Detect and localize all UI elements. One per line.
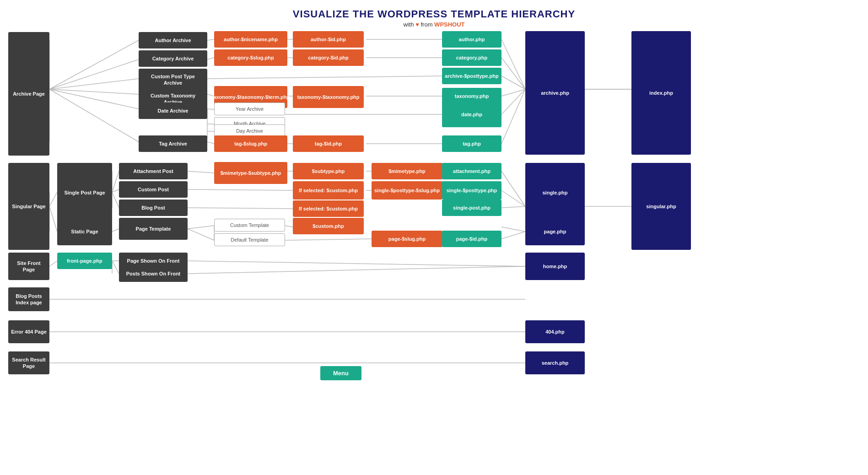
error-404-page-node: Error 404 Page [8,320,49,343]
custom-template-node: Custom Template [214,219,285,232]
archive-posttype-node: archive-$posttype.php [442,68,501,84]
svg-line-56 [501,171,525,206]
single-posttype-node: single-$posttype.php [442,181,501,200]
svg-line-8 [207,39,214,40]
menu-button[interactable]: Menu [320,366,361,380]
date-archive-node: Date Archive [139,103,207,119]
svg-line-28 [501,76,525,89]
custom-php-node: $custom.php [293,218,364,234]
svg-line-23 [207,142,214,144]
svg-line-53 [285,226,293,227]
svg-line-5 [49,89,139,142]
single-post-php-node: single-post.php [442,200,501,216]
attachment-php-node: attachment.php [442,163,501,179]
page-wrapper: VISUALIZE THE WORDPRESS TEMPLATE HIERARC… [0,0,868,475]
singular-php-node: singular.php [631,163,691,250]
svg-line-44 [188,189,293,190]
single-php-node: single.php [525,163,585,222]
single-post-page-node: Single Post Page [57,163,112,222]
archive-page-node: Archive Page [8,32,49,156]
svg-line-57 [501,190,525,206]
subtype-php-node: $subtype.php [293,163,364,179]
header: VISUALIZE THE WORDPRESS TEMPLATE HIERARC… [0,0,868,31]
date-php-node: date.php [442,102,501,127]
blog-posts-index-node: Blog Posts Index page [8,287,49,311]
svg-line-30 [501,89,525,114]
author-nicename-node: author-$nicename.php [214,31,287,48]
if-selected-custom2-node: If selected: $custom.php [293,200,364,217]
site-front-page-node: Site Front Page [8,253,49,280]
svg-line-50 [188,226,214,229]
svg-line-11 [207,58,214,59]
custom-post-type-archive-node: Custom Post Type Archive [139,69,207,91]
page-title: VISUALIZE THE WORDPRESS TEMPLATE HIERARC… [0,8,868,20]
author-id-node: author-$id.php [293,31,364,48]
svg-line-31 [501,89,525,144]
front-page-php-node: front-page.php [57,253,112,269]
svg-line-60 [501,227,525,232]
svg-line-61 [501,232,525,239]
heart-icon: ♥ [415,21,419,28]
search-result-page-node: Search Result Page [8,351,49,374]
default-template-node: Default Template [214,233,285,246]
author-archive-node: Author Archive [139,32,207,49]
page-id-node: page-$id.php [442,231,501,247]
posts-shown-on-front-node: Posts Shown On Front [119,265,188,282]
svg-line-18 [207,109,214,109]
svg-line-2 [49,79,139,89]
svg-line-64 [112,261,119,274]
singular-page-node: Singular Page [8,163,49,250]
page-slug-node: page-$slug.php [372,231,442,247]
attachment-post-node: Attachment Post [119,163,188,179]
category-slug-node: category-$slug.php [214,49,287,66]
svg-line-58 [501,206,525,208]
brand-label: WPSHOUT [434,21,464,28]
static-page-node: Static Page [57,218,112,245]
page-php-node: page.php [525,218,585,245]
tag-slug-node: tag-$slug.php [214,135,287,152]
svg-line-14 [207,76,442,79]
home-php-node: home.php [525,253,585,280]
page-subtitle: with ♥ from WPSHOUT [0,21,868,28]
if-selected-custom1-node: If selected: $custom.php [293,181,364,200]
svg-line-38 [112,192,119,208]
category-id-node: category-$id.php [293,49,364,66]
svg-line-67 [188,266,525,274]
svg-line-1 [49,59,139,89]
svg-line-62 [49,261,57,266]
archive-php-node: archive.php [525,31,585,155]
svg-line-34 [49,206,57,232]
mimetype-php-node: $mimetype.php [372,163,442,179]
svg-line-27 [501,58,525,89]
svg-line-26 [501,39,525,89]
custom-post-node: Custom Post [119,181,188,198]
index-php-node: index.php [631,31,691,155]
error-404-php-node: 404.php [525,320,585,343]
svg-line-37 [112,189,119,192]
svg-line-29 [501,89,525,96]
svg-line-51 [188,229,214,240]
tag-archive-node: Tag Archive [139,135,207,152]
category-archive-node: Category Archive [139,50,207,67]
taxonomy-taxonomy-node: taxonomy-$taxonomy.php [293,86,364,108]
blog-post-node: Blog Post [119,200,188,216]
svg-line-3 [49,89,139,94]
svg-line-40 [188,171,214,173]
category-php-node: category.php [442,49,501,66]
mimetype-subtype-node: $mimetype-$subtype.php [214,162,287,184]
page-template-node: Page Template [119,218,188,240]
svg-line-66 [188,261,525,266]
author-php-node: author.php [442,31,501,48]
tag-php-node: tag.php [442,135,501,152]
svg-line-4 [49,89,139,109]
svg-line-54 [285,239,372,240]
svg-line-0 [49,40,139,89]
svg-line-47 [188,208,293,209]
svg-line-33 [49,192,57,206]
search-php-node: search.php [525,351,585,374]
svg-line-36 [112,171,119,192]
tag-id-node: tag-$id.php [293,135,364,152]
single-posttype-slug-node: single-$posttype-$slug.php [372,181,442,200]
svg-line-49 [112,229,119,232]
year-archive-node: Year Archive [214,103,285,115]
